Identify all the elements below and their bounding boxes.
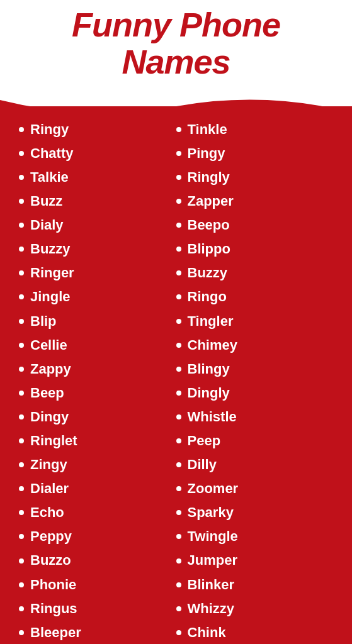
item-text: Ringer: [30, 262, 74, 284]
list-item: Twingle: [176, 526, 334, 547]
item-text: Tingler: [188, 311, 234, 332]
bullet-icon: [176, 486, 181, 491]
bullet-icon: [176, 151, 181, 156]
list-item: Jumper: [176, 550, 334, 571]
bullet-icon: [19, 127, 24, 132]
list-item: Buzzy: [19, 238, 176, 260]
list-item: Tingler: [176, 311, 334, 332]
item-text: Jumper: [188, 550, 237, 571]
item-text: Ringlet: [30, 430, 77, 452]
item-text: Chimey: [188, 335, 237, 356]
list-item: Echo: [19, 502, 176, 523]
bullet-icon: [19, 223, 24, 228]
item-text: Blippo: [188, 238, 230, 260]
list-item: Chimey: [176, 335, 334, 356]
item-text: Zapper: [188, 191, 234, 212]
list-item: Ringer: [19, 262, 176, 284]
item-text: Beepo: [188, 214, 230, 236]
bullet-icon: [19, 151, 24, 156]
item-text: Talkie: [30, 167, 69, 188]
item-text: Chatty: [30, 143, 73, 164]
list-item: Beepo: [176, 214, 334, 236]
item-text: Ringo: [188, 286, 227, 308]
bullet-icon: [176, 367, 181, 372]
list-item: Buzzy: [176, 262, 334, 284]
item-text: Dingy: [30, 406, 69, 428]
item-text: Ringy: [30, 119, 69, 140]
list-item: Tinkle: [176, 119, 334, 140]
item-text: Echo: [30, 502, 64, 523]
item-text: Buzzy: [30, 238, 71, 260]
bullet-icon: [19, 486, 24, 491]
bullet-icon: [19, 462, 24, 467]
list-item: Beep: [19, 382, 176, 404]
item-text: Phonie: [30, 574, 76, 596]
page-title: Funny Phone Names: [13, 6, 339, 87]
item-text: Zoomer: [188, 478, 239, 499]
item-text: Blip: [30, 311, 57, 332]
list-item: Blippo: [176, 238, 334, 260]
right-column: TinklePingyRinglyZapperBeepoBlippoBuzzyR…: [176, 119, 334, 644]
list-item: Peep: [176, 430, 334, 452]
item-text: Zappy: [30, 358, 71, 380]
bullet-icon: [176, 606, 181, 611]
list-item: Zappy: [19, 358, 176, 380]
item-text: Whistle: [188, 406, 237, 428]
item-text: Peep: [188, 430, 221, 452]
item-text: Sparky: [188, 502, 234, 523]
item-text: Beep: [30, 382, 64, 404]
list-item: Ringus: [19, 598, 176, 619]
list-item: Chink: [176, 622, 334, 643]
bullet-icon: [176, 534, 181, 539]
list-item: Zapper: [176, 191, 334, 212]
bullet-icon: [176, 391, 181, 396]
item-text: Tinkle: [188, 119, 227, 140]
bullet-icon: [176, 558, 181, 564]
item-text: Buzz: [30, 191, 62, 212]
svg-rect-0: [0, 106, 352, 113]
bullet-icon: [176, 343, 181, 348]
bullet-icon: [176, 582, 181, 587]
list-item: Zoomer: [176, 478, 334, 499]
list-item: Buzz: [19, 191, 176, 212]
list-item: Blinker: [176, 574, 334, 596]
bullet-icon: [176, 199, 181, 204]
bullet-icon: [176, 630, 181, 635]
bullet-icon: [176, 247, 181, 252]
list-item: Peppy: [19, 526, 176, 547]
item-text: Cellie: [30, 335, 67, 356]
bullet-icon: [19, 367, 24, 372]
bullet-icon: [19, 558, 24, 564]
bullet-icon: [19, 199, 24, 204]
item-text: Dingly: [188, 382, 230, 404]
list-item: Dialer: [19, 478, 176, 499]
bullet-icon: [19, 391, 24, 396]
bullet-icon: [176, 510, 181, 515]
bullet-icon: [176, 319, 181, 324]
item-text: Chink: [188, 622, 226, 643]
bullet-icon: [19, 606, 24, 611]
item-text: Peppy: [30, 526, 72, 547]
item-text: Bleeper: [30, 622, 81, 643]
list-item: Zingy: [19, 454, 176, 475]
bullet-icon: [19, 270, 24, 275]
bullet-icon: [19, 582, 24, 587]
item-text: Dilly: [188, 454, 217, 475]
list-item: Blip: [19, 311, 176, 332]
list-item: Jingle: [19, 286, 176, 308]
left-column: RingyChattyTalkieBuzzDialyBuzzyRingerJin…: [19, 119, 176, 644]
bullet-icon: [19, 294, 24, 299]
bullet-icon: [19, 247, 24, 252]
bullet-icon: [19, 175, 24, 180]
content-area: RingyChattyTalkieBuzzDialyBuzzyRingerJin…: [0, 113, 352, 644]
item-text: Zingy: [30, 454, 67, 475]
bullet-icon: [176, 127, 181, 132]
list-item: Talkie: [19, 167, 176, 188]
list-item: Ringo: [176, 286, 334, 308]
header-section: Funny Phone Names: [0, 0, 352, 87]
list-item: Whistle: [176, 406, 334, 428]
item-text: Twingle: [188, 526, 238, 547]
item-text: Whizzy: [188, 598, 235, 619]
bullet-icon: [176, 223, 181, 228]
list-item: Blingy: [176, 358, 334, 380]
